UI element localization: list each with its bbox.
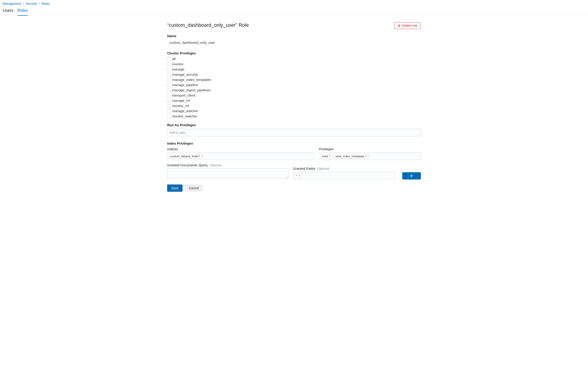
cluster-privilege-item: monitor_ml (167, 104, 421, 108)
checkbox[interactable] (167, 114, 171, 118)
delete-role-label: Delete role (402, 24, 418, 27)
checkbox[interactable] (167, 78, 171, 81)
cluster-privilege-label: monitor_ml (172, 104, 189, 108)
tab-roles[interactable]: Roles (17, 7, 28, 16)
checkbox[interactable] (167, 94, 171, 97)
run-as-label: Run As Privileges (167, 123, 421, 127)
tag-field-0: * ✕ (295, 173, 302, 178)
cluster-privilege-label: all (172, 57, 176, 61)
checkbox[interactable] (167, 99, 171, 102)
checkbox[interactable] (167, 88, 171, 92)
cluster-privilege-label: manage_ingest_pipelines (172, 88, 211, 92)
add-index-privilege-button[interactable] (402, 172, 421, 179)
breadcrumb-roles[interactable]: Roles (42, 2, 50, 5)
granted-docs-query-input[interactable] (167, 168, 288, 179)
cluster-privilege-item: transport_client (167, 93, 421, 97)
name-label: Name (167, 34, 421, 38)
trash-icon (398, 24, 401, 27)
name-value: custom_dashboard_only_user (167, 40, 421, 46)
granted-docs-label: Granted Documents Query Optional (167, 163, 288, 167)
main-content: “custom_dashboard_only_user” Role Delete… (167, 16, 421, 201)
privileges-label: Privileges (319, 147, 421, 151)
cluster-privilege-item: manage_ingest_pipelines (167, 88, 421, 92)
delete-role-button[interactable]: Delete role (394, 22, 421, 29)
privileges-combo[interactable]: read ✕ view_index_metadata ✕ (319, 152, 421, 160)
tab-users[interactable]: Users (3, 7, 13, 16)
cluster-privilege-label: manage_security (172, 72, 198, 76)
cluster-privilege-item: manage_ml (167, 99, 421, 102)
run-as-input[interactable] (167, 129, 421, 136)
cluster-privilege-item: monitor_watcher (167, 114, 421, 118)
cluster-privilege-item: monitor (167, 62, 421, 66)
tag-label: read (322, 155, 328, 158)
tag-priv-0: read ✕ (321, 154, 333, 159)
cancel-button[interactable]: Cancel (185, 185, 203, 192)
optional-text: Optional (317, 167, 329, 170)
checkbox[interactable] (167, 57, 171, 61)
tabs: Users Roles (0, 7, 588, 16)
tag-indices-0: custom_kibana_index* ✕ (169, 154, 205, 159)
cluster-privilege-label: manage (172, 67, 184, 71)
cluster-privilege-label: monitor_watcher (172, 114, 197, 118)
cluster-privilege-label: manage_pipeline (172, 83, 198, 87)
remove-tag-icon[interactable]: ✕ (299, 174, 301, 177)
cluster-privilege-label: transport_client (172, 93, 196, 97)
checkbox[interactable] (167, 83, 171, 87)
cluster-privilege-item: manage_watcher (167, 109, 421, 113)
checkbox[interactable] (167, 62, 171, 66)
breadcrumb-security[interactable]: Security (26, 2, 37, 5)
cluster-privilege-label: manage_index_templates (172, 78, 211, 81)
remove-tag-icon[interactable]: ✕ (329, 155, 331, 158)
cluster-privilege-label: manage_ml (172, 99, 190, 102)
checkbox[interactable] (167, 109, 171, 113)
cluster-privileges-list: allmonitormanagemanage_securitymanage_in… (167, 57, 421, 118)
cluster-privilege-item: manage (167, 67, 421, 71)
indices-combo[interactable]: custom_kibana_index* ✕ (167, 152, 314, 160)
remove-tag-icon[interactable]: ✕ (201, 155, 203, 158)
breadcrumb-separator: / (39, 2, 40, 5)
optional-text: Optional (209, 163, 221, 167)
tag-label: view_index_metadata (335, 155, 364, 158)
save-button[interactable]: Save (167, 185, 183, 192)
breadcrumb-management[interactable]: Management (3, 2, 21, 5)
page-title: “custom_dashboard_only_user” Role (167, 22, 249, 28)
index-privileges-label: Index Privileges (167, 141, 421, 145)
cluster-privilege-item: manage_pipeline (167, 83, 421, 87)
cluster-privileges-label: Cluster Privileges (167, 51, 421, 55)
cluster-privilege-label: manage_watcher (172, 109, 198, 113)
checkbox[interactable] (167, 73, 171, 76)
tag-label: * (296, 174, 297, 177)
granted-fields-combo[interactable]: * ✕ (293, 172, 395, 179)
indices-label: Indices (167, 147, 314, 151)
cluster-privilege-label: monitor (172, 62, 183, 66)
cluster-privilege-item: manage_index_templates (167, 78, 421, 81)
plus-icon (410, 174, 413, 177)
cluster-privilege-item: manage_security (167, 72, 421, 76)
breadcrumb-separator: / (23, 2, 24, 5)
checkbox[interactable] (167, 104, 171, 108)
cluster-privilege-item: all (167, 57, 421, 61)
tag-label: custom_kibana_index* (170, 155, 200, 158)
checkbox[interactable] (167, 68, 171, 71)
remove-tag-icon[interactable]: ✕ (365, 155, 367, 158)
breadcrumb: Management / Security / Roles (0, 0, 588, 7)
tag-priv-1: view_index_metadata ✕ (334, 154, 369, 159)
granted-fields-label: Granted Fields Optional (293, 167, 395, 170)
